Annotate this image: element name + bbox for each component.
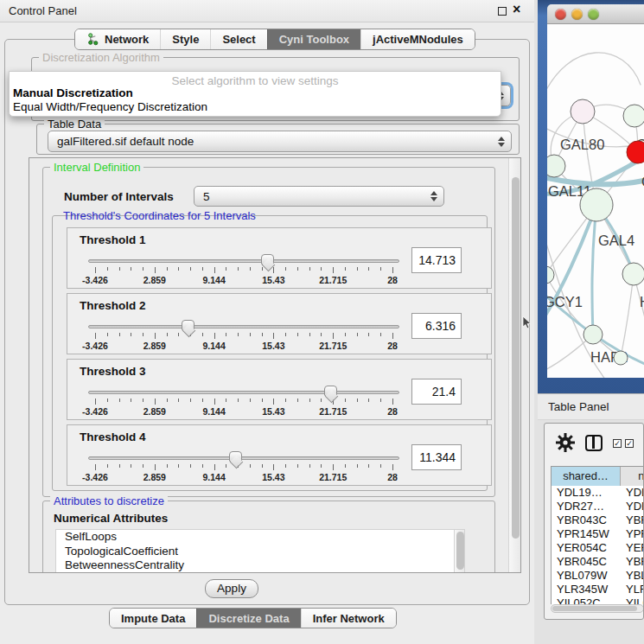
threshold-slider[interactable] bbox=[88, 259, 399, 263]
network-node[interactable] bbox=[623, 105, 644, 127]
network-edge[interactable] bbox=[592, 205, 596, 335]
dropdown-option[interactable]: Manual Discretization bbox=[10, 86, 501, 100]
table-cell[interactable]: YBR043C bbox=[552, 513, 621, 527]
network-node[interactable] bbox=[622, 263, 644, 285]
slider-ticks bbox=[95, 464, 392, 471]
tab-label: Network bbox=[105, 33, 149, 46]
table-row[interactable]: YLR345WYLR3 bbox=[552, 583, 643, 596]
network-node[interactable] bbox=[547, 155, 565, 177]
float-window-icon[interactable] bbox=[498, 7, 507, 16]
tab-select[interactable]: Select bbox=[210, 29, 266, 49]
table-cell[interactable]: YPR1 bbox=[621, 527, 644, 541]
table-row[interactable]: YBR045CYBR0 bbox=[552, 555, 643, 569]
table-row[interactable]: YER054CYER0 bbox=[552, 541, 643, 555]
table-cell[interactable]: YDL19… bbox=[552, 486, 621, 500]
tab-style[interactable]: Style bbox=[160, 29, 210, 49]
threshold-value-field[interactable]: 14.713 bbox=[411, 247, 462, 273]
table-cell[interactable]: YER0 bbox=[621, 541, 644, 555]
minimize-light-icon[interactable] bbox=[571, 9, 583, 20]
tab-cyni-toolbox[interactable]: Cyni Toolbox bbox=[267, 29, 360, 49]
network-node[interactable] bbox=[614, 351, 628, 365]
tick-label: 9.144 bbox=[202, 472, 225, 482]
close-light-icon[interactable] bbox=[555, 9, 566, 20]
control-panel-titlebar: Control Panel × bbox=[0, 0, 534, 22]
table-cell[interactable]: YDR2 bbox=[621, 500, 644, 513]
tab-label: Select bbox=[222, 33, 255, 46]
close-icon[interactable]: × bbox=[513, 2, 520, 17]
main-scrollbar[interactable] bbox=[508, 158, 520, 572]
tab-impute-data[interactable]: Impute Data bbox=[110, 609, 196, 628]
apply-button[interactable]: Apply bbox=[205, 579, 258, 598]
threshold-slider[interactable] bbox=[88, 391, 399, 394]
table-cell[interactable]: YIL052C bbox=[552, 596, 621, 604]
tick-label: 21.715 bbox=[319, 406, 347, 417]
num-intervals-combobox[interactable]: 5 bbox=[194, 186, 444, 207]
table-cell[interactable]: YLR345W bbox=[552, 583, 621, 596]
network-edge[interactable] bbox=[621, 274, 634, 358]
threshold-slider[interactable] bbox=[88, 456, 399, 460]
table-row[interactable]: YIL052CYIL0 bbox=[552, 596, 643, 604]
table-cell[interactable]: YBL079W bbox=[552, 569, 621, 583]
threshold-value-field[interactable]: 6.316 bbox=[411, 313, 462, 339]
table-row[interactable]: YPR145WYPR1 bbox=[552, 527, 643, 541]
tab-infer-network[interactable]: Infer Network bbox=[301, 609, 396, 628]
checkbox-icon[interactable]: ✓ bbox=[625, 439, 634, 448]
threshold-label: Threshold 1 bbox=[80, 233, 146, 246]
table-cell[interactable]: YBR045C bbox=[552, 555, 621, 569]
table-cell[interactable]: YPR145W bbox=[552, 527, 621, 541]
tab-label: Discretize Data bbox=[208, 612, 289, 625]
table-row[interactable]: YBR043CYBR0 bbox=[552, 513, 643, 527]
tick-label: 2.859 bbox=[143, 275, 166, 285]
network-canvas[interactable]: GAL80GACGAL11GAL4GCY1HHAP2 bbox=[547, 24, 644, 378]
table-hscrollbar[interactable] bbox=[551, 604, 644, 613]
slider-thumb[interactable] bbox=[229, 451, 242, 462]
gear-icon[interactable] bbox=[555, 432, 576, 453]
slider-ticks bbox=[95, 399, 392, 405]
table-data-combobox[interactable]: galFiltered.sif default node bbox=[48, 131, 512, 152]
table-row[interactable]: YDL19…YDL1 bbox=[552, 486, 643, 500]
network-edge[interactable] bbox=[547, 53, 641, 99]
table-row[interactable]: YDR27…YDR2 bbox=[552, 500, 643, 513]
network-window-frame: GAL80GACGAL11GAL4GCY1HHAP2 bbox=[538, 0, 644, 393]
tick-label: 9.144 bbox=[202, 341, 225, 351]
threshold-value-field[interactable]: 11.344 bbox=[411, 444, 462, 470]
table-cell[interactable]: YBL0 bbox=[621, 569, 644, 583]
node-table[interactable]: shared…na YDL19…YDL1YDR27…YDR2YBR043CYBR… bbox=[551, 466, 644, 604]
network-node[interactable] bbox=[580, 188, 613, 221]
threshold-coords-title: Threshold's Coordinates for 5 Intervals bbox=[60, 209, 259, 222]
network-node[interactable] bbox=[571, 99, 595, 124]
slider-tick-labels: -3.4262.8599.14415.4321.71528 bbox=[95, 472, 392, 482]
network-node-label: GAL80 bbox=[560, 137, 604, 152]
column-header[interactable]: shared… bbox=[552, 467, 621, 486]
tab-network[interactable]: Network bbox=[75, 29, 160, 49]
column-header[interactable]: na bbox=[621, 467, 644, 486]
attribute-list-item[interactable]: BetweennessCentrality bbox=[56, 558, 464, 573]
tab-jactivemnodules[interactable]: jActiveMNodules bbox=[360, 29, 475, 49]
table-cell[interactable]: YER054C bbox=[552, 541, 621, 555]
numerical-attributes-list[interactable]: SelfLoopsTopologicalCoefficientBetweenne… bbox=[55, 529, 465, 573]
tab-discretize-data[interactable]: Discretize Data bbox=[196, 609, 300, 628]
table-row[interactable]: YBL079WYBL0 bbox=[552, 569, 643, 583]
table-cell[interactable]: YDL1 bbox=[621, 486, 644, 500]
table-cell[interactable]: YLR3 bbox=[621, 583, 644, 596]
table-cell[interactable]: YBR0 bbox=[621, 555, 644, 569]
dropdown-option[interactable]: Equal Width/Frequency Discretization bbox=[10, 100, 501, 114]
threshold-value-field[interactable]: 21.4 bbox=[411, 379, 462, 405]
checkbox-icon[interactable]: ✓ bbox=[613, 439, 622, 448]
table-cell[interactable]: YDR27… bbox=[552, 500, 621, 513]
network-node[interactable] bbox=[547, 266, 554, 284]
slider-thumb[interactable] bbox=[182, 320, 194, 330]
attribute-list-item[interactable]: SelfLoops bbox=[56, 530, 464, 545]
table-data-group: Table Data galFiltered.sif default node bbox=[36, 124, 520, 155]
slider-thumb[interactable] bbox=[324, 386, 337, 396]
table-cell[interactable]: YIL0 bbox=[621, 596, 644, 604]
network-node[interactable] bbox=[583, 325, 603, 344]
split-columns-icon[interactable] bbox=[585, 435, 603, 451]
attribute-list-item[interactable]: TopologicalCoefficient bbox=[56, 545, 464, 559]
table-cell[interactable]: YBR0 bbox=[621, 513, 644, 527]
zoom-light-icon[interactable] bbox=[588, 9, 599, 20]
slider-thumb[interactable] bbox=[261, 254, 274, 265]
attributes-scrollbar[interactable] bbox=[454, 530, 464, 573]
table-data-title: Table Data bbox=[44, 118, 105, 131]
threshold-slider[interactable] bbox=[88, 325, 399, 328]
